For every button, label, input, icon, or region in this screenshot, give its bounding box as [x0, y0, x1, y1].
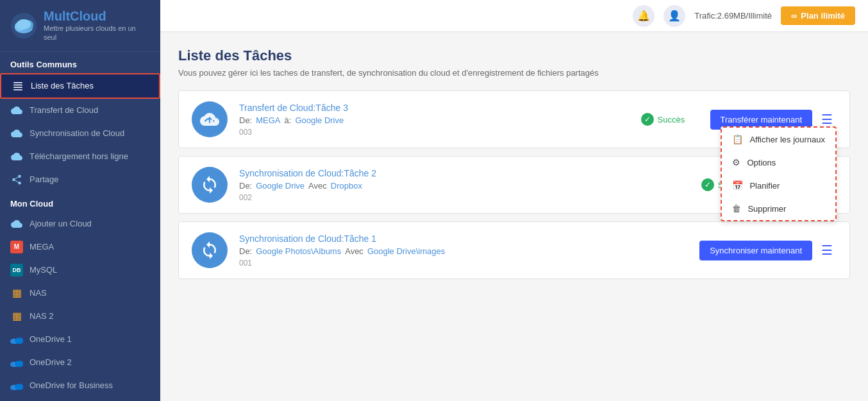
- task2-with-link[interactable]: Dropbox: [331, 181, 362, 191]
- traffic-info: Trafic:2.69MB/Illimité: [694, 11, 772, 21]
- status-check-icon: ✓: [641, 113, 654, 126]
- task-card-3: Synchronisation de Cloud:Tâche 1 De: Goo…: [178, 221, 850, 279]
- top-bar: 🔔 👤 Trafic:2.69MB/Illimité ∞ Plan ilimit…: [160, 0, 868, 32]
- infinity-icon: ∞: [791, 11, 797, 21]
- page-description: Vous pouvez gérer ici les taches de tran…: [178, 68, 850, 78]
- sidebar-item-partage[interactable]: Partage: [0, 168, 160, 191]
- sidebar-label: OneDrive 1: [29, 334, 72, 344]
- task3-action-button[interactable]: Synchroniser maintenant: [699, 241, 812, 260]
- logo-name: MultCloud: [44, 9, 150, 24]
- sidebar-label: MEGA: [29, 242, 54, 252]
- calendar-icon: 📅: [732, 180, 743, 191]
- list-icon: [12, 80, 24, 92]
- sidebar-label: Synchronisation de Cloud: [29, 128, 124, 138]
- cloud-download-icon: [10, 150, 23, 163]
- task1-id: 003: [239, 128, 630, 137]
- svg-point-11: [18, 182, 21, 185]
- dropdown-supprimer[interactable]: 🗑 Supprimer: [722, 197, 835, 220]
- sidebar-item-onedrive-business[interactable]: OneDrive for Business: [0, 374, 160, 397]
- onedrive2-icon: [10, 356, 23, 369]
- logo-subtitle: Mettre plusieurs clouds en un seul: [44, 24, 150, 42]
- sidebar-item-ajouter-cloud[interactable]: Ajouter un Cloud: [0, 212, 160, 235]
- dropdown-options[interactable]: ⚙ Options: [722, 151, 835, 174]
- sidebar-item-liste-taches[interactable]: Liste des Tâches: [0, 73, 160, 99]
- sidebar-item-onedrive2[interactable]: OneDrive 2: [0, 351, 160, 374]
- sidebar-item-transfert-cloud[interactable]: Transfert de Cloud: [0, 99, 160, 122]
- sidebar-label: Liste des Tâches: [31, 81, 94, 90]
- svg-rect-7: [13, 87, 22, 88]
- sidebar-item-nas2[interactable]: ▦ NAS 2: [0, 305, 160, 328]
- svg-point-4: [17, 19, 31, 30]
- task1-dropdown-menu: 📋 Afficher les journaux ⚙ Options 📅 Plan…: [721, 126, 837, 221]
- task1-status: ✓ Succès: [641, 113, 699, 126]
- sidebar-item-mysql[interactable]: DB MySQL: [0, 259, 160, 282]
- sidebar-label: Transfert de Cloud: [29, 105, 98, 115]
- sidebar-item-nas[interactable]: ▦ NAS: [0, 282, 160, 305]
- nas2-icon: ▦: [10, 310, 23, 323]
- svg-rect-5: [13, 82, 22, 83]
- dropdown-planifier[interactable]: 📅 Planifier: [722, 174, 835, 197]
- task2-info: Synchronisation de Cloud:Tâche 2 De: Goo…: [239, 168, 690, 202]
- sidebar-label: NAS: [29, 288, 47, 298]
- sidebar-label: OneDrive 2: [29, 357, 72, 367]
- task3-from-link[interactable]: Google Photos\Albums: [256, 246, 341, 256]
- sidebar-label: MySQL: [29, 265, 57, 275]
- section-tools-title: Outils Communs: [0, 52, 160, 73]
- sidebar: MultCloud Mettre plusieurs clouds en un …: [0, 0, 160, 401]
- cloud-transfer-icon: [10, 104, 23, 117]
- notification-bell[interactable]: 🔔: [633, 5, 655, 27]
- task1-title: Transfert de Cloud:Tâche 3: [239, 103, 630, 113]
- task3-route: De: Google Photos\Albums Avec Google Dri…: [239, 246, 619, 256]
- task2-id: 002: [239, 193, 690, 202]
- add-cloud-icon: [10, 218, 23, 230]
- status-check2-icon: ✓: [701, 178, 714, 191]
- task-card-1: Transfert de Cloud:Tâche 3 De: MEGA à: G…: [178, 90, 850, 148]
- task3-actions: Synchroniser maintenant ☰: [699, 240, 837, 260]
- svg-rect-6: [13, 84, 22, 85]
- main-area: 🔔 👤 Trafic:2.69MB/Illimité ∞ Plan ilimit…: [160, 0, 868, 401]
- dropdown-afficher-journaux[interactable]: 📋 Afficher les journaux: [722, 128, 835, 151]
- logo-icon: [10, 12, 37, 39]
- doc-icon: 📋: [732, 134, 743, 144]
- sidebar-label: NAS 2: [29, 311, 54, 321]
- svg-point-10: [12, 178, 15, 181]
- task1-route: De: MEGA à: Google Drive: [239, 115, 630, 125]
- task1-to-link[interactable]: Google Drive: [295, 115, 344, 125]
- onedrive-business-icon: [10, 379, 23, 392]
- mysql-icon: DB: [10, 264, 23, 277]
- mega-icon: M: [10, 241, 23, 253]
- cloud-sync-icon: [10, 127, 23, 140]
- sidebar-item-sync-cloud[interactable]: Synchronisation de Cloud: [0, 122, 160, 145]
- sidebar-item-inviter[interactable]: ♣ Inviter des amis: [0, 397, 160, 401]
- sidebar-label: Téléchargement hors ligne: [29, 151, 128, 161]
- svg-point-9: [18, 175, 21, 178]
- share-icon: [10, 173, 23, 186]
- sidebar-item-onedrive1[interactable]: OneDrive 1: [0, 328, 160, 351]
- task3-info: Synchronisation de Cloud:Tâche 1 De: Goo…: [239, 234, 619, 268]
- task2-route: De: Google Drive Avec Dropbox: [239, 181, 690, 191]
- sidebar-item-mega[interactable]: M MEGA: [0, 235, 160, 259]
- logo-area: MultCloud Mettre plusieurs clouds en un …: [0, 0, 160, 52]
- trash-icon: 🗑: [732, 203, 741, 214]
- nas-icon: ▦: [10, 287, 23, 300]
- task3-menu-button[interactable]: ☰: [817, 240, 837, 260]
- plan-label: Plan ilimité: [801, 11, 845, 21]
- user-avatar[interactable]: 👤: [664, 5, 685, 27]
- sidebar-label: Ajouter un Cloud: [29, 219, 92, 228]
- task2-cloud-icon: [192, 167, 228, 203]
- svg-rect-8: [13, 89, 22, 90]
- sidebar-label: Partage: [29, 175, 59, 184]
- task2-title: Synchronisation de Cloud:Tâche 2: [239, 168, 690, 178]
- task3-with-link[interactable]: Google Drive\images: [367, 246, 445, 256]
- task3-title: Synchronisation de Cloud:Tâche 1: [239, 234, 619, 244]
- gear-icon: ⚙: [732, 157, 740, 167]
- task1-info: Transfert de Cloud:Tâche 3 De: MEGA à: G…: [239, 103, 630, 137]
- task1-from-link[interactable]: MEGA: [256, 115, 280, 125]
- task2-from-link[interactable]: Google Drive: [256, 181, 305, 191]
- page-title: Liste des Tâches: [178, 47, 850, 64]
- task3-cloud-icon: [192, 232, 228, 268]
- plan-button[interactable]: ∞ Plan ilimité: [781, 6, 855, 25]
- onedrive1-icon: [10, 333, 23, 346]
- sidebar-item-telechargement[interactable]: Téléchargement hors ligne: [0, 145, 160, 168]
- section-cloud-title: Mon Cloud: [0, 191, 160, 212]
